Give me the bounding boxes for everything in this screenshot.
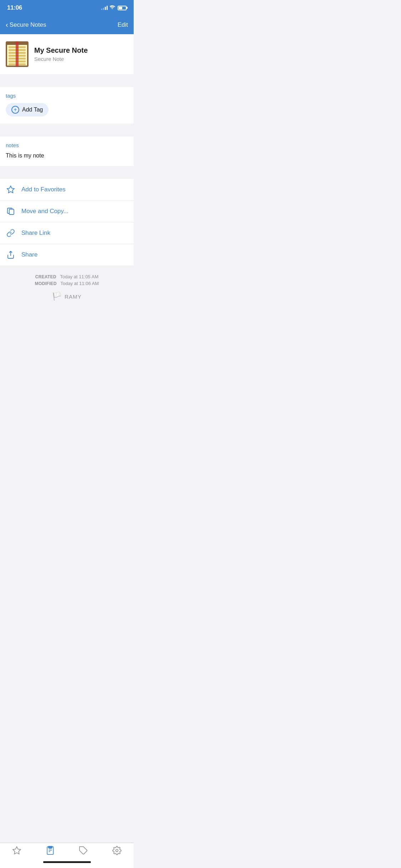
- flag-icon: 🏳️: [52, 292, 62, 301]
- wifi-icon: [110, 5, 115, 11]
- created-value: Today at 11:05 AM: [60, 274, 99, 279]
- nav-bar: ‹ Secure Notes Edit: [0, 16, 134, 34]
- item-info: My Secure Note Secure Note: [34, 46, 88, 62]
- back-button[interactable]: ‹ Secure Notes: [6, 21, 46, 29]
- item-header: My Secure Note Secure Note: [0, 34, 134, 74]
- notes-content: This is my note: [6, 153, 128, 159]
- notes-section: notes This is my note: [0, 136, 134, 166]
- tags-section: tags + Add Tag: [0, 87, 134, 124]
- back-label: Secure Notes: [10, 21, 46, 29]
- share-label: Share: [21, 251, 37, 258]
- username: RAMY: [65, 294, 81, 300]
- modified-label: MODIFIED: [35, 281, 57, 286]
- add-favorites-label: Add to Favorites: [21, 186, 66, 193]
- share-link-action[interactable]: Share Link: [0, 222, 134, 244]
- edit-button[interactable]: Edit: [118, 21, 128, 29]
- add-tag-text: Add Tag: [22, 107, 43, 113]
- back-chevron-icon: ‹: [6, 21, 8, 29]
- modified-meta: MODIFIED Today at 11:06 AM: [6, 281, 128, 286]
- move-icon: [6, 206, 16, 216]
- share-link-label: Share Link: [21, 229, 50, 237]
- created-meta: CREATED Today at 11:05 AM: [6, 274, 128, 279]
- section-divider-3: [0, 166, 134, 179]
- svg-rect-2: [9, 209, 14, 215]
- section-divider-1: [0, 74, 134, 87]
- link-icon: [6, 228, 16, 238]
- star-icon: [6, 185, 16, 195]
- section-divider-2: [0, 124, 134, 136]
- add-tag-button[interactable]: + Add Tag: [6, 103, 48, 117]
- status-icons: [101, 5, 127, 11]
- modified-value: Today at 11:06 AM: [61, 281, 99, 286]
- content: My Secure Note Secure Note tags + Add Ta…: [0, 34, 134, 344]
- move-copy-label: Move and Copy...: [21, 208, 68, 215]
- created-label: CREATED: [35, 274, 56, 279]
- svg-marker-0: [7, 186, 14, 193]
- status-bar: 11:06: [0, 0, 134, 16]
- footer-info: CREATED Today at 11:05 AM MODIFIED Today…: [0, 265, 134, 308]
- move-copy-action[interactable]: Move and Copy...: [0, 201, 134, 222]
- note-icon: [6, 41, 29, 67]
- status-time: 11:06: [7, 4, 22, 11]
- item-title: My Secure Note: [34, 46, 88, 55]
- add-to-favorites-action[interactable]: Add to Favorites: [0, 179, 134, 201]
- tags-label: tags: [6, 93, 128, 99]
- action-list: Add to Favorites Move and Copy... Share …: [0, 179, 134, 265]
- notes-label: notes: [6, 142, 128, 148]
- share-action[interactable]: Share: [0, 244, 134, 265]
- signal-icon: [101, 6, 108, 10]
- item-subtitle: Secure Note: [34, 56, 88, 62]
- battery-icon: [118, 6, 127, 10]
- add-tag-icon: +: [11, 106, 19, 114]
- share-icon: [6, 250, 16, 260]
- footer-user: 🏳️ RAMY: [6, 292, 128, 301]
